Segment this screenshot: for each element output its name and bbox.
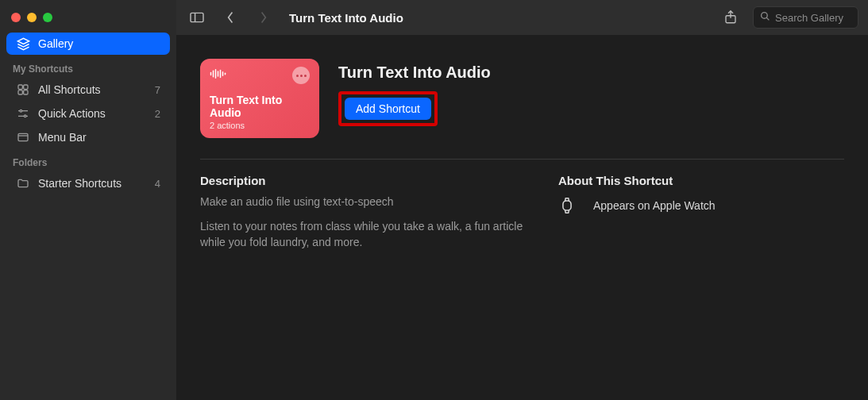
about-row-watch: Appears on Apple Watch: [558, 197, 844, 214]
sidebar-item-all-shortcuts[interactable]: All Shortcuts 7: [6, 79, 170, 101]
folder-icon: [16, 176, 30, 190]
share-button[interactable]: [719, 8, 742, 27]
about-title: About This Shortcut: [558, 174, 844, 187]
shortcut-heading: Turn Text Into Audio: [338, 63, 491, 82]
svg-point-15: [762, 13, 768, 19]
waveform-icon: [210, 67, 229, 83]
forward-button[interactable]: [253, 8, 275, 27]
sidebar-item-label: Starter Shortcuts: [38, 177, 122, 190]
sidebar: Gallery My Shortcuts All Shortcuts 7 Qui…: [0, 0, 176, 400]
shortcut-card[interactable]: Turn Text Into Audio 2 actions: [200, 59, 319, 138]
grid-icon: [16, 83, 30, 97]
zoom-window-button[interactable]: [43, 13, 52, 22]
sidebar-item-label: Quick Actions: [38, 107, 106, 120]
sidebar-folder-starter-shortcuts[interactable]: Starter Shortcuts 4: [6, 172, 170, 194]
description-section: Description Make an audio file using tex…: [200, 174, 527, 250]
window-traffic-lights: [0, 6, 176, 32]
page-title: Turn Text Into Audio: [289, 11, 403, 25]
svg-rect-3: [24, 90, 28, 94]
highlight-box: Add Shortcut: [338, 91, 438, 126]
description-title: Description: [200, 174, 527, 187]
apple-watch-icon: [558, 197, 576, 214]
search-input[interactable]: [775, 12, 851, 24]
sidebar-item-menu-bar[interactable]: Menu Bar: [6, 126, 170, 148]
sidebar-item-label: Menu Bar: [38, 131, 87, 144]
toolbar: Turn Text Into Audio: [176, 0, 868, 35]
sidebar-item-count: 7: [155, 84, 160, 96]
description-summary: Make an audio file using text-to-speech: [200, 195, 527, 208]
sidebar-item-count: 2: [155, 108, 160, 120]
svg-rect-0: [18, 85, 22, 89]
description-body: Listen to your notes from class while yo…: [200, 219, 527, 250]
sliders-icon: [16, 106, 30, 121]
svg-rect-1: [24, 85, 28, 89]
menubar-icon: [16, 130, 30, 144]
content: Turn Text Into Audio 2 actions Turn Text…: [176, 35, 868, 266]
about-watch-label: Appears on Apple Watch: [593, 199, 716, 212]
about-section: About This Shortcut Appears on Apple Wat…: [558, 174, 844, 250]
my-shortcuts-header: My Shortcuts: [0, 56, 176, 78]
more-icon[interactable]: [292, 67, 310, 84]
sidebar-item-gallery[interactable]: Gallery: [6, 33, 170, 55]
hero-row: Turn Text Into Audio 2 actions Turn Text…: [200, 59, 844, 138]
svg-point-4: [20, 110, 22, 112]
search-field[interactable]: [753, 6, 858, 29]
back-button[interactable]: [219, 8, 241, 27]
toggle-sidebar-button[interactable]: [186, 8, 208, 27]
sidebar-item-label: All Shortcuts: [38, 83, 101, 96]
gallery-icon: [16, 37, 30, 51]
svg-point-7: [24, 115, 26, 117]
sidebar-item-quick-actions[interactable]: Quick Actions 2: [6, 102, 170, 125]
gallery-label: Gallery: [38, 37, 73, 50]
svg-rect-2: [18, 90, 22, 94]
minimize-window-button[interactable]: [27, 13, 37, 22]
svg-rect-24: [563, 201, 571, 210]
divider: [200, 159, 844, 160]
card-subtitle: 2 actions: [210, 121, 310, 130]
svg-line-16: [766, 17, 769, 20]
svg-rect-12: [191, 13, 203, 21]
add-shortcut-button[interactable]: Add Shortcut: [345, 98, 431, 120]
search-icon: [760, 11, 770, 24]
main-area: Turn Text Into Audio: [176, 0, 868, 400]
sidebar-item-count: 4: [155, 178, 160, 190]
folders-header: Folders: [0, 149, 176, 171]
close-window-button[interactable]: [11, 13, 21, 22]
card-title: Turn Text Into Audio: [210, 94, 310, 119]
svg-rect-10: [18, 133, 28, 140]
